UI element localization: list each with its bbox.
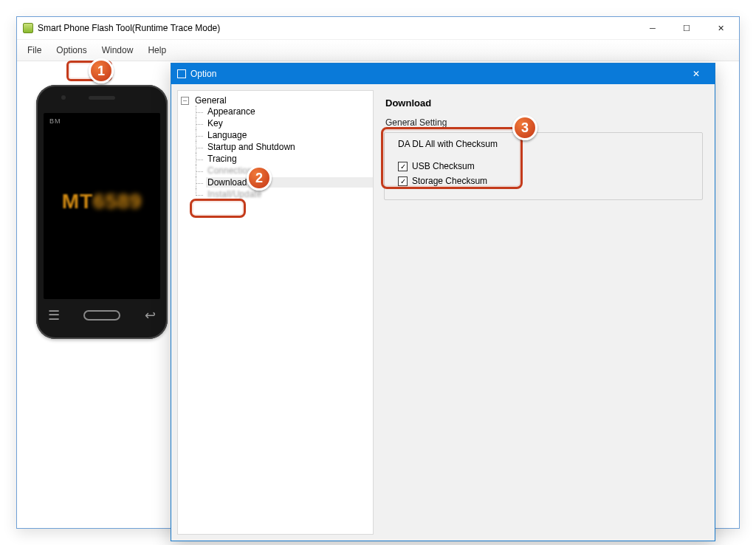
client-area: BM MT6589 ☰ ↩ Option ✕ <box>17 61 739 528</box>
menubar: File Options Window Help <box>17 39 739 61</box>
maximize-icon: ☐ <box>683 24 690 32</box>
tree-node-tracing[interactable]: Tracing <box>196 153 370 165</box>
close-icon: ✕ <box>693 69 700 79</box>
menu-file[interactable]: File <box>20 41 49 59</box>
phone-brand-badge: BM <box>49 117 61 125</box>
content-heading: Download <box>385 97 704 109</box>
phone-earpiece <box>89 96 115 100</box>
phone-screen: BM MT6589 <box>44 113 160 299</box>
checksum-groupbox: DA DL All with Checksum ✓ USB Checksum ✓… <box>384 132 703 200</box>
collapse-icon[interactable]: – <box>181 97 189 105</box>
checkbox-checked-icon[interactable]: ✓ <box>398 176 408 186</box>
menu-help[interactable]: Help <box>140 41 173 59</box>
tree-node-key[interactable]: Key <box>196 117 370 129</box>
tree-node-hidden-2[interactable]: Install/Update <box>196 188 370 200</box>
checkbox-checked-icon[interactable]: ✓ <box>398 162 408 171</box>
option-dialog: Option ✕ – General <box>171 63 715 541</box>
content-subheading: General Setting <box>385 117 704 128</box>
tree-node-language[interactable]: Language <box>196 129 370 141</box>
home-hw-button <box>83 310 120 321</box>
tree-node-hidden-1[interactable]: Connection <box>196 165 370 176</box>
menu-window[interactable]: Window <box>94 41 141 59</box>
tree-node-startup-shutdown[interactable]: Startup and Shutdown <box>196 141 370 153</box>
menu-options[interactable]: Options <box>49 41 94 59</box>
usb-checksum-label: USB Checksum <box>412 161 475 171</box>
tree-node-general[interactable]: – General <box>181 95 370 106</box>
back-hw-icon: ↩ <box>145 307 156 323</box>
options-content: Download General Setting DA DL All with … <box>379 84 715 541</box>
usb-checksum-row[interactable]: ✓ USB Checksum <box>398 161 693 171</box>
main-titlebar[interactable]: Smart Phone Flash Tool(Runtime Trace Mod… <box>17 17 739 39</box>
phone-preview: BM MT6589 ☰ ↩ <box>36 85 168 339</box>
dialog-close-button[interactable]: ✕ <box>681 64 712 84</box>
close-button[interactable]: ✕ <box>704 17 738 39</box>
menu-hw-icon: ☰ <box>48 307 60 323</box>
options-tree[interactable]: – General Appearance Key Language Startu… <box>177 90 374 535</box>
main-window: Smart Phone Flash Tool(Runtime Trace Mod… <box>16 16 740 529</box>
storage-checksum-label: Storage Checksum <box>412 176 487 186</box>
callout-box-2 <box>190 199 246 218</box>
phone-screen-text: MT6589 <box>44 190 160 213</box>
dialog-titlebar[interactable]: Option ✕ <box>171 64 715 84</box>
close-icon: ✕ <box>718 24 724 32</box>
tree-node-appearance[interactable]: Appearance <box>196 106 370 117</box>
phone-sensor <box>61 95 66 100</box>
phone-hardware-buttons: ☰ ↩ <box>36 299 168 332</box>
dialog-title: Option <box>190 69 216 79</box>
storage-checksum-row[interactable]: ✓ Storage Checksum <box>398 176 693 186</box>
tree-label-general: General <box>193 95 228 106</box>
app-icon <box>23 23 33 33</box>
main-window-title: Smart Phone Flash Tool(Runtime Trace Mod… <box>38 23 220 33</box>
tree-node-download[interactable]: Download <box>196 176 370 188</box>
dialog-icon <box>177 69 186 78</box>
group-legend: DA DL All with Checksum <box>395 139 501 149</box>
minimize-icon: ─ <box>650 24 656 32</box>
maximize-button[interactable]: ☐ <box>670 17 704 39</box>
minimize-button[interactable]: ─ <box>636 17 670 39</box>
